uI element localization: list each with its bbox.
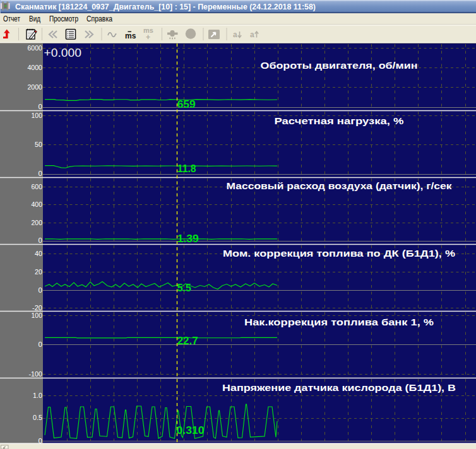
svg-text:0: 0 xyxy=(39,286,43,294)
svg-text:0: 0 xyxy=(39,170,43,177)
svg-text:Массовый расход воздуха (датчи: Массовый расход воздуха (датчик), г/сек xyxy=(227,180,453,191)
svg-text:a: a xyxy=(233,30,237,39)
svg-text:Обороты двигателя, об/мин: Обороты двигателя, об/мин xyxy=(261,60,418,71)
svg-text:600: 600 xyxy=(32,183,43,190)
svg-text:100: 100 xyxy=(32,112,43,119)
svg-text:Напряжение датчика кислорода (: Напряжение датчика кислорода (Б1Д1), В xyxy=(222,382,456,393)
svg-text:-100: -100 xyxy=(29,370,43,378)
svg-text:5.5: 5.5 xyxy=(177,282,191,293)
svg-text:659: 659 xyxy=(177,98,196,110)
svg-text:Сканматик [181224_0937_Двигате: Сканматик [181224_0937_Двигатель_[10] : … xyxy=(15,3,316,11)
svg-text:4000: 4000 xyxy=(28,64,43,71)
svg-text:11.8: 11.8 xyxy=(177,163,196,174)
svg-text:Нак.коррекция топлива банк 1,: Нак.коррекция топлива банк 1, % xyxy=(244,317,434,327)
svg-text:2000: 2000 xyxy=(28,83,43,91)
svg-text:0: 0 xyxy=(39,341,43,348)
svg-text:Расчетная нагрузка, %: Расчетная нагрузка, % xyxy=(275,115,404,126)
svg-text:0: 0 xyxy=(39,236,43,244)
svg-text:-20: -20 xyxy=(32,304,42,312)
svg-text:0.5: 0.5 xyxy=(33,414,42,421)
svg-text:1.39: 1.39 xyxy=(177,233,199,244)
svg-text:0.310: 0.310 xyxy=(177,424,205,436)
svg-text:50: 50 xyxy=(35,141,42,148)
svg-text:100: 100 xyxy=(32,312,43,319)
svg-text:1.0: 1.0 xyxy=(33,392,42,399)
svg-text:+0.000: +0.000 xyxy=(44,46,82,59)
svg-text:Просмотр: Просмотр xyxy=(49,15,78,23)
svg-text:200: 200 xyxy=(32,219,43,226)
svg-text:40: 40 xyxy=(35,250,42,257)
svg-text:+: + xyxy=(146,33,150,42)
svg-text:22.7: 22.7 xyxy=(177,335,198,346)
svg-text:a: a xyxy=(250,30,254,39)
svg-text:Справка: Справка xyxy=(86,15,112,23)
svg-text:400: 400 xyxy=(32,201,43,208)
svg-text:20: 20 xyxy=(35,268,42,276)
svg-text:Вид: Вид xyxy=(29,15,40,23)
svg-text:Отчет: Отчет xyxy=(3,15,20,23)
svg-text:6000: 6000 xyxy=(28,44,43,52)
svg-text:ms: ms xyxy=(125,32,136,40)
svg-text:0: 0 xyxy=(39,103,43,110)
svg-text:Мом. коррекция топлива по ДК (: Мом. коррекция топлива по ДК (Б1Д1), % xyxy=(223,248,455,259)
